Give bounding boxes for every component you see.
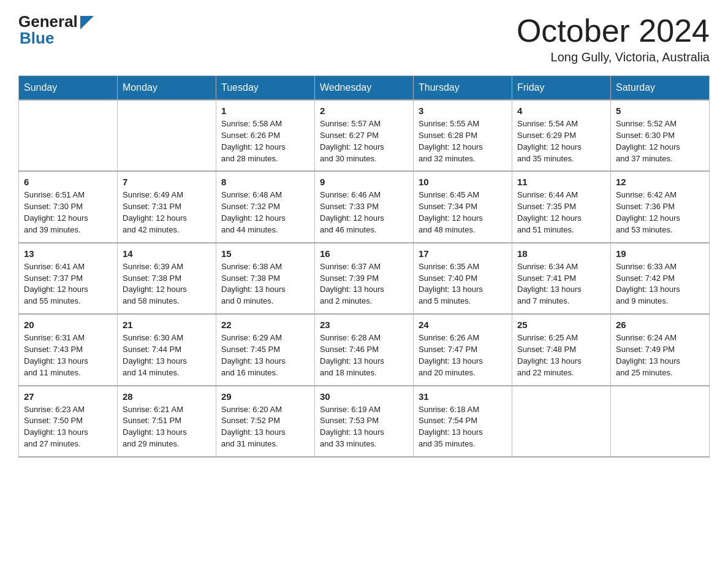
day-number: 11 [517, 177, 605, 187]
calendar-table: SundayMondayTuesdayWednesdayThursdayFrid… [18, 75, 710, 458]
day-info: Sunrise: 6:51 AMSunset: 7:30 PMDaylight:… [24, 190, 112, 236]
day-number: 7 [123, 177, 211, 187]
weekday-header-thursday: Thursday [414, 76, 512, 101]
calendar-cell: 5Sunrise: 5:52 AMSunset: 6:30 PMDaylight… [611, 100, 710, 171]
calendar-cell: 26Sunrise: 6:24 AMSunset: 7:49 PMDayligh… [611, 314, 710, 385]
day-info: Sunrise: 6:45 AMSunset: 7:34 PMDaylight:… [419, 190, 507, 236]
day-info: Sunrise: 5:58 AMSunset: 6:26 PMDaylight:… [221, 118, 309, 164]
day-info: Sunrise: 6:26 AMSunset: 7:47 PMDaylight:… [419, 332, 507, 378]
day-info: Sunrise: 6:44 AMSunset: 7:35 PMDaylight:… [517, 190, 605, 236]
day-number: 2 [320, 105, 408, 116]
calendar-cell: 18Sunrise: 6:34 AMSunset: 7:41 PMDayligh… [512, 243, 611, 314]
day-info: Sunrise: 6:46 AMSunset: 7:33 PMDaylight:… [320, 190, 408, 236]
calendar-header: SundayMondayTuesdayWednesdayThursdayFrid… [19, 76, 710, 101]
calendar-cell [118, 100, 216, 171]
day-number: 1 [221, 105, 309, 116]
calendar-cell [19, 100, 118, 171]
day-number: 25 [517, 320, 605, 330]
day-info: Sunrise: 6:29 AMSunset: 7:45 PMDaylight:… [221, 332, 309, 378]
day-number: 31 [419, 391, 507, 402]
day-info: Sunrise: 5:57 AMSunset: 6:27 PMDaylight:… [320, 118, 408, 164]
calendar-cell: 29Sunrise: 6:20 AMSunset: 7:52 PMDayligh… [216, 386, 315, 457]
day-info: Sunrise: 6:20 AMSunset: 7:52 PMDaylight:… [221, 404, 309, 450]
day-number: 30 [320, 391, 408, 402]
calendar-cell: 11Sunrise: 6:44 AMSunset: 7:35 PMDayligh… [512, 171, 611, 242]
location: Long Gully, Victoria, Australia [517, 50, 710, 64]
day-number: 28 [123, 391, 211, 402]
week-row-2: 6Sunrise: 6:51 AMSunset: 7:30 PMDaylight… [19, 171, 710, 242]
day-info: Sunrise: 6:34 AMSunset: 7:41 PMDaylight:… [517, 261, 605, 307]
day-number: 19 [616, 248, 704, 259]
calendar-cell [611, 386, 710, 457]
calendar-cell: 30Sunrise: 6:19 AMSunset: 7:53 PMDayligh… [315, 386, 414, 457]
calendar-cell: 4Sunrise: 5:54 AMSunset: 6:29 PMDaylight… [512, 100, 611, 171]
day-info: Sunrise: 6:41 AMSunset: 7:37 PMDaylight:… [24, 261, 112, 307]
calendar-cell: 2Sunrise: 5:57 AMSunset: 6:27 PMDaylight… [315, 100, 414, 171]
day-number: 9 [320, 177, 408, 187]
page-header: General Blue October 2024 Long Gully, Vi… [18, 12, 710, 64]
day-info: Sunrise: 6:37 AMSunset: 7:39 PMDaylight:… [320, 261, 408, 307]
week-row-5: 27Sunrise: 6:23 AMSunset: 7:50 PMDayligh… [19, 386, 710, 457]
day-info: Sunrise: 5:52 AMSunset: 6:30 PMDaylight:… [616, 118, 704, 164]
day-info: Sunrise: 6:33 AMSunset: 7:42 PMDaylight:… [616, 261, 704, 307]
day-number: 20 [24, 320, 112, 330]
day-number: 5 [616, 105, 704, 116]
calendar-cell: 27Sunrise: 6:23 AMSunset: 7:50 PMDayligh… [19, 386, 118, 457]
calendar-cell: 21Sunrise: 6:30 AMSunset: 7:44 PMDayligh… [118, 314, 216, 385]
title-area: October 2024 Long Gully, Victoria, Austr… [517, 12, 710, 64]
logo: General Blue [18, 12, 94, 48]
day-number: 3 [419, 105, 507, 116]
day-number: 29 [221, 391, 309, 402]
day-number: 23 [320, 320, 408, 330]
day-info: Sunrise: 5:54 AMSunset: 6:29 PMDaylight:… [517, 118, 605, 164]
day-info: Sunrise: 6:25 AMSunset: 7:48 PMDaylight:… [517, 332, 605, 378]
calendar-cell: 14Sunrise: 6:39 AMSunset: 7:38 PMDayligh… [118, 243, 216, 314]
logo-blue-text: Blue [20, 29, 54, 48]
calendar-cell: 12Sunrise: 6:42 AMSunset: 7:36 PMDayligh… [611, 171, 710, 242]
day-info: Sunrise: 6:18 AMSunset: 7:54 PMDaylight:… [419, 404, 507, 450]
week-row-4: 20Sunrise: 6:31 AMSunset: 7:43 PMDayligh… [19, 314, 710, 385]
svg-marker-0 [80, 16, 94, 29]
day-info: Sunrise: 6:21 AMSunset: 7:51 PMDaylight:… [123, 404, 211, 450]
day-number: 10 [419, 177, 507, 187]
day-info: Sunrise: 6:28 AMSunset: 7:46 PMDaylight:… [320, 332, 408, 378]
day-info: Sunrise: 6:23 AMSunset: 7:50 PMDaylight:… [24, 404, 112, 450]
weekday-header-tuesday: Tuesday [216, 76, 315, 101]
day-info: Sunrise: 6:38 AMSunset: 7:38 PMDaylight:… [221, 261, 309, 307]
calendar-cell: 24Sunrise: 6:26 AMSunset: 7:47 PMDayligh… [414, 314, 512, 385]
calendar-body: 1Sunrise: 5:58 AMSunset: 6:26 PMDaylight… [19, 100, 710, 457]
day-info: Sunrise: 5:55 AMSunset: 6:28 PMDaylight:… [419, 118, 507, 164]
logo-arrow-icon [80, 16, 94, 29]
day-number: 17 [419, 248, 507, 259]
calendar-cell: 1Sunrise: 5:58 AMSunset: 6:26 PMDaylight… [216, 100, 315, 171]
calendar-cell: 31Sunrise: 6:18 AMSunset: 7:54 PMDayligh… [414, 386, 512, 457]
calendar-cell: 7Sunrise: 6:49 AMSunset: 7:31 PMDaylight… [118, 171, 216, 242]
day-number: 24 [419, 320, 507, 330]
day-number: 18 [517, 248, 605, 259]
calendar-cell: 20Sunrise: 6:31 AMSunset: 7:43 PMDayligh… [19, 314, 118, 385]
calendar-cell [512, 386, 611, 457]
week-row-3: 13Sunrise: 6:41 AMSunset: 7:37 PMDayligh… [19, 243, 710, 314]
day-number: 21 [123, 320, 211, 330]
day-number: 4 [517, 105, 605, 116]
calendar-cell: 10Sunrise: 6:45 AMSunset: 7:34 PMDayligh… [414, 171, 512, 242]
calendar-cell: 8Sunrise: 6:48 AMSunset: 7:32 PMDaylight… [216, 171, 315, 242]
calendar-cell: 13Sunrise: 6:41 AMSunset: 7:37 PMDayligh… [19, 243, 118, 314]
day-number: 15 [221, 248, 309, 259]
day-number: 27 [24, 391, 112, 402]
day-info: Sunrise: 6:19 AMSunset: 7:53 PMDaylight:… [320, 404, 408, 450]
day-info: Sunrise: 6:31 AMSunset: 7:43 PMDaylight:… [24, 332, 112, 378]
weekday-header-monday: Monday [118, 76, 216, 101]
calendar-cell: 19Sunrise: 6:33 AMSunset: 7:42 PMDayligh… [611, 243, 710, 314]
weekday-header-sunday: Sunday [19, 76, 118, 101]
calendar-cell: 6Sunrise: 6:51 AMSunset: 7:30 PMDaylight… [19, 171, 118, 242]
calendar-cell: 22Sunrise: 6:29 AMSunset: 7:45 PMDayligh… [216, 314, 315, 385]
day-info: Sunrise: 6:30 AMSunset: 7:44 PMDaylight:… [123, 332, 211, 378]
calendar-cell: 23Sunrise: 6:28 AMSunset: 7:46 PMDayligh… [315, 314, 414, 385]
day-number: 14 [123, 248, 211, 259]
header-row: SundayMondayTuesdayWednesdayThursdayFrid… [19, 76, 710, 101]
day-info: Sunrise: 6:24 AMSunset: 7:49 PMDaylight:… [616, 332, 704, 378]
day-info: Sunrise: 6:39 AMSunset: 7:38 PMDaylight:… [123, 261, 211, 307]
calendar-cell: 15Sunrise: 6:38 AMSunset: 7:38 PMDayligh… [216, 243, 315, 314]
day-number: 8 [221, 177, 309, 187]
